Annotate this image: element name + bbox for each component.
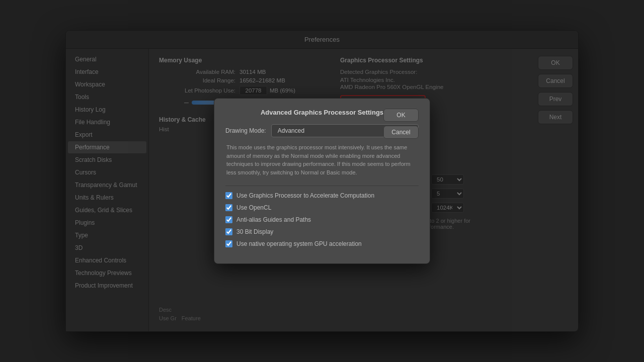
dialog-backdrop: Advanced Graphics Processor Settings OK … (0, 0, 644, 362)
checkbox-native-gpu: Use native operating system GPU accelera… (225, 240, 419, 247)
checkbox-use-opencl: Use OpenCL (225, 204, 419, 211)
checkbox-native-gpu-label: Use native operating system GPU accelera… (236, 240, 362, 247)
checkbox-use-opencl-label: Use OpenCL (236, 204, 271, 211)
checkbox-use-gpu-accelerate-input[interactable] (225, 192, 232, 199)
checkbox-anti-alias-label: Anti-alias Guides and Paths (236, 216, 311, 223)
checkbox-30bit: 30 Bit Display (225, 228, 419, 235)
checkbox-use-gpu-accelerate: Use Graphics Processor to Accelerate Com… (225, 192, 419, 199)
dialog-cancel-button[interactable]: Cancel (383, 126, 419, 139)
dialog-ok-button[interactable]: OK (383, 109, 419, 122)
mode-description: This mode uses the graphics processor mo… (225, 143, 419, 176)
dialog-divider (225, 186, 419, 186)
checkbox-use-gpu-accelerate-label: Use Graphics Processor to Accelerate Com… (236, 192, 374, 199)
checkbox-30bit-input[interactable] (225, 228, 232, 235)
checkbox-use-opencl-input[interactable] (225, 204, 232, 211)
checkbox-anti-alias: Anti-alias Guides and Paths (225, 216, 419, 223)
dialog-buttons: OK Cancel (383, 109, 419, 139)
drawing-mode-label: Drawing Mode: (225, 127, 266, 134)
checkbox-anti-alias-input[interactable] (225, 216, 232, 223)
checkbox-30bit-label: 30 Bit Display (236, 228, 273, 235)
checkbox-native-gpu-input[interactable] (225, 240, 232, 247)
advanced-dialog: Advanced Graphics Processor Settings OK … (214, 98, 430, 264)
